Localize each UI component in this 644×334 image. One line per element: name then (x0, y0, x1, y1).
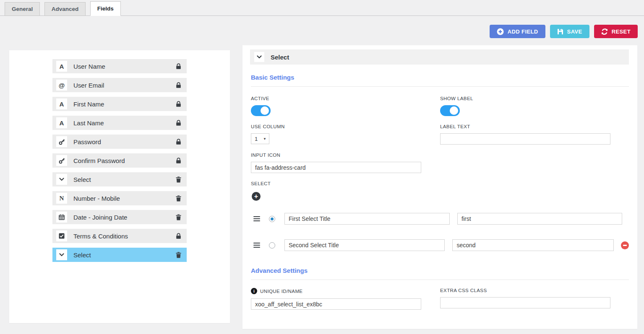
add-field-label: ADD FIELD (508, 28, 538, 35)
basic-settings-heading: Basic Settings (251, 74, 629, 87)
plus-icon: + (254, 193, 258, 200)
advanced-settings-heading: Advanced Settings (251, 267, 629, 280)
unique-id-label: i UNIQUE ID/NAME (251, 288, 440, 294)
field-item-select-2-selected[interactable]: Select (52, 248, 187, 262)
field-item-label: Number - Mobile (73, 195, 120, 202)
trash-icon[interactable] (176, 176, 181, 183)
use-column-value: 1 (255, 136, 258, 142)
field-item-number-mobile[interactable]: N Number - Mobile (52, 191, 187, 205)
field-item-user-name[interactable]: A User Name (52, 59, 187, 73)
field-editor-panel: Select Basic Settings ACTIVE SHOW LABEL … (242, 45, 637, 329)
active-group: ACTIVE (251, 96, 440, 116)
number-icon: N (56, 193, 67, 204)
settings-tabbar: General Advanced Fields (0, 0, 644, 16)
field-item-label: Terms & Conditions (73, 233, 128, 240)
option-value-input-1[interactable] (457, 213, 622, 225)
field-item-first-name[interactable]: A First Name (52, 97, 187, 111)
use-column-group: USE COLUMN 1 ▼ (251, 124, 440, 145)
show-label-label: SHOW LABEL (440, 96, 629, 101)
field-item-label: Select (73, 251, 91, 259)
tab-advanced[interactable]: Advanced (44, 2, 86, 16)
select-options-group: SELECT + (250, 181, 629, 251)
lock-icon (176, 233, 181, 239)
lock-icon (176, 63, 181, 70)
field-item-label: Date - Joining Date (73, 214, 127, 221)
save-label: SAVE (567, 28, 582, 35)
sync-icon (601, 28, 608, 35)
lock-icon (176, 120, 181, 126)
toggle-knob (450, 106, 458, 115)
add-field-button[interactable]: ADD FIELD (490, 25, 545, 38)
field-item-last-name[interactable]: A Last Name (52, 116, 187, 130)
default-option-radio-2[interactable] (269, 242, 275, 249)
reset-label: RESET (612, 28, 631, 35)
unique-id-input[interactable] (251, 298, 421, 310)
extra-css-input[interactable] (440, 297, 610, 308)
field-item-select-1[interactable]: Select (52, 172, 187, 186)
field-list-panel: A User Name @ User Email A First Name A … (9, 50, 230, 323)
extra-css-label: EXTRA CSS CLASS (440, 288, 629, 293)
drag-handle-icon[interactable] (253, 243, 260, 248)
tab-general[interactable]: General (5, 2, 40, 16)
key-icon (56, 136, 67, 147)
caret-down-icon: ▼ (263, 137, 266, 141)
info-icon: i (251, 288, 257, 294)
save-button[interactable]: SAVE (550, 25, 589, 38)
use-column-label: USE COLUMN (251, 124, 440, 129)
option-title-input-1[interactable] (284, 213, 450, 225)
show-label-group: SHOW LABEL (440, 96, 629, 116)
lock-icon (176, 82, 181, 88)
font-icon: A (56, 117, 67, 128)
field-item-label: First Name (73, 101, 104, 108)
trash-icon[interactable] (176, 214, 181, 220)
at-icon: @ (56, 80, 67, 91)
unique-id-group: i UNIQUE ID/NAME (251, 288, 440, 310)
field-item-date-joining[interactable]: Date - Joining Date (52, 210, 187, 224)
default-option-radio-1[interactable] (269, 216, 275, 222)
active-toggle[interactable] (251, 105, 271, 116)
trash-icon[interactable] (176, 252, 181, 258)
select-option-row-2 (251, 239, 629, 251)
option-value-input-2[interactable] (452, 239, 614, 251)
select-options-label: SELECT (251, 181, 629, 186)
field-item-label: Last Name (73, 119, 104, 127)
option-title-input-2[interactable] (284, 239, 445, 251)
label-text-input[interactable] (440, 133, 610, 145)
input-icon-input[interactable] (251, 162, 421, 173)
field-item-label: Select (73, 176, 91, 183)
field-editor-title: Select (271, 54, 289, 61)
font-icon: A (56, 61, 67, 72)
save-icon (557, 28, 563, 35)
field-item-terms-conditions[interactable]: Terms & Conditions (52, 229, 187, 243)
tab-fields[interactable]: Fields (90, 1, 121, 16)
field-editor-accordion-header[interactable]: Select (250, 49, 629, 65)
field-item-confirm-password[interactable]: Confirm Password (52, 153, 187, 168)
lock-icon (176, 158, 181, 164)
field-item-label: User Name (73, 63, 105, 70)
input-icon-label: INPUT ICON (251, 153, 440, 158)
show-label-toggle[interactable] (440, 105, 460, 116)
field-item-label: User Email (73, 82, 104, 89)
field-item-label: Password (73, 138, 101, 145)
toolbar: ADD FIELD SAVE RESET (490, 25, 638, 38)
label-text-label: LABEL TEXT (440, 124, 629, 129)
active-label: ACTIVE (251, 96, 440, 101)
add-option-button[interactable]: + (252, 192, 261, 201)
toggle-knob (261, 106, 269, 115)
chevron-down-icon (56, 174, 67, 185)
calendar-icon (56, 212, 67, 223)
remove-option-icon[interactable] (621, 241, 629, 249)
input-icon-group: INPUT ICON (251, 153, 440, 173)
use-column-select[interactable]: 1 ▼ (251, 133, 269, 144)
reset-button[interactable]: RESET (594, 25, 638, 38)
lock-icon (176, 101, 181, 107)
drag-handle-icon[interactable] (253, 216, 260, 222)
label-text-group: LABEL TEXT (440, 124, 629, 145)
extra-css-group: EXTRA CSS CLASS (440, 288, 629, 310)
field-item-password[interactable]: Password (52, 135, 187, 149)
field-item-user-email[interactable]: @ User Email (52, 78, 187, 92)
chevron-down-icon (56, 249, 67, 260)
check-square-icon (56, 230, 67, 241)
trash-icon[interactable] (176, 195, 181, 202)
key-icon (56, 155, 67, 166)
